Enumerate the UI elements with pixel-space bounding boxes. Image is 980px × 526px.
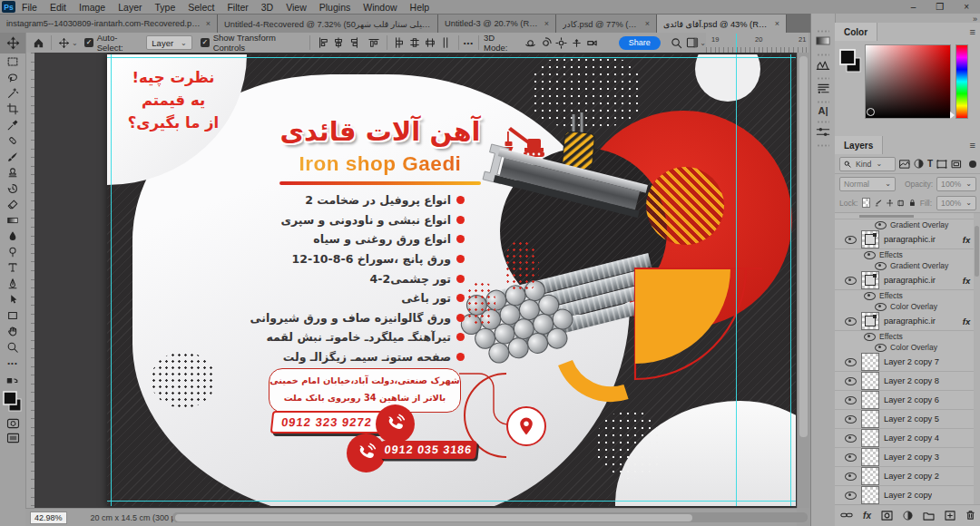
- filter-adjustment-icon[interactable]: [914, 159, 924, 169]
- eyedropper-tool[interactable]: [0, 117, 25, 133]
- new-group-icon[interactable]: [923, 511, 935, 521]
- layers-panel-tab[interactable]: Layers: [835, 136, 883, 154]
- 3d-slide-icon[interactable]: [569, 34, 584, 51]
- menu-plugins[interactable]: Plugins: [313, 2, 357, 13]
- link-layers-icon[interactable]: [840, 511, 853, 520]
- zoom-tool[interactable]: [0, 339, 25, 356]
- lock-position-icon[interactable]: [887, 199, 894, 208]
- tab-document-1[interactable]: instagram5--14030809-irantarh.com-Recove…: [0, 15, 218, 33]
- align-center-h-icon[interactable]: [330, 34, 346, 51]
- fx-badge[interactable]: fx: [963, 317, 970, 326]
- visibility-eye-icon[interactable]: [845, 453, 857, 462]
- new-adjustment-icon[interactable]: [903, 511, 913, 521]
- clone-stamp-tool[interactable]: [0, 165, 25, 181]
- tab-close-icon[interactable]: ×: [544, 19, 549, 28]
- color-panel-tab[interactable]: Color: [835, 23, 877, 41]
- swap-colors-icon[interactable]: [0, 376, 25, 387]
- tab-document-2[interactable]: Untitled-4-Recovered @ 7.32% (50میلیون ت…: [218, 15, 438, 33]
- marquee-tool[interactable]: [0, 54, 25, 70]
- fill-value[interactable]: 100% ⌄: [936, 196, 976, 210]
- layer-effect-row[interactable]: Color Overlay: [835, 342, 980, 353]
- screen-mode-icon[interactable]: [0, 431, 25, 445]
- filter-shape-icon[interactable]: [936, 160, 947, 169]
- layer-effect-row[interactable]: Gradient Overlay: [835, 260, 980, 271]
- layer-thumbnail[interactable]: [861, 391, 879, 409]
- panel-menu-icon[interactable]: ≡: [970, 140, 975, 151]
- restore-button[interactable]: ❐: [936, 2, 944, 12]
- menu-type[interactable]: Type: [148, 2, 181, 13]
- visibility-eye-icon[interactable]: [864, 333, 876, 341]
- eraser-tool[interactable]: [0, 197, 25, 213]
- new-layer-icon[interactable]: [945, 511, 956, 521]
- show-transform-checkbox[interactable]: ✓: [201, 38, 209, 47]
- blend-mode-dropdown[interactable]: Normal ⌄: [839, 177, 896, 191]
- layer-row[interactable]: Layer 2 copy: [835, 486, 980, 504]
- layer-thumbnail[interactable]: [861, 410, 879, 428]
- opacity-value[interactable]: 100% ⌄: [936, 177, 976, 191]
- filter-type-icon[interactable]: T: [927, 159, 933, 169]
- visibility-eye-icon[interactable]: [875, 303, 887, 311]
- scrollbar-thumb[interactable]: [175, 514, 692, 521]
- hand-tool[interactable]: [0, 324, 25, 340]
- layer-row[interactable]: Layer 2 copy 2: [835, 467, 980, 486]
- path-select-tool[interactable]: [0, 292, 25, 308]
- visibility-eye-icon[interactable]: [864, 292, 876, 300]
- layer-thumbnail[interactable]: [861, 486, 879, 504]
- filter-kind-dropdown[interactable]: Kind ⌄: [839, 157, 896, 171]
- menu-edit[interactable]: Edit: [44, 2, 73, 13]
- quick-mask-icon[interactable]: [0, 416, 25, 431]
- layer-row[interactable]: paragraphic.ir fx ^: [835, 271, 980, 290]
- minimize-button[interactable]: –: [911, 2, 916, 12]
- fx-badge[interactable]: fx: [963, 276, 970, 286]
- layer-effect-row[interactable]: Color Overlay: [835, 301, 980, 312]
- panel-menu-icon[interactable]: ≡: [970, 26, 975, 37]
- menu-3d[interactable]: 3D: [255, 2, 279, 13]
- visibility-eye-icon[interactable]: [845, 277, 857, 285]
- layer-effect-row[interactable]: Gradient Overlay: [835, 219, 980, 230]
- adjustments-panel-icon[interactable]: [811, 126, 835, 138]
- layer-thumbnail[interactable]: [861, 353, 879, 371]
- visibility-eye-icon[interactable]: [845, 358, 857, 366]
- tab-document-active[interactable]: آقای قائدی.psd @ 43% (RGB/8#) * ×: [657, 15, 787, 33]
- visibility-eye-icon[interactable]: [845, 377, 857, 385]
- menu-window[interactable]: Window: [357, 2, 403, 13]
- distribute-left-icon[interactable]: [392, 34, 407, 51]
- visibility-eye-icon[interactable]: [845, 396, 857, 404]
- layer-thumbnail[interactable]: [861, 312, 879, 330]
- lock-pixels-icon[interactable]: [875, 199, 882, 208]
- foreground-background-swatches[interactable]: [0, 387, 25, 416]
- filter-smart-object-icon[interactable]: [951, 160, 962, 169]
- menu-help[interactable]: Help: [404, 2, 436, 13]
- tab-close-icon[interactable]: ×: [206, 19, 211, 28]
- canvas-pasteboard[interactable]: نظرت چیه! یه قیمتم از ما بگیری؟ آهن آلات…: [34, 53, 797, 508]
- close-button[interactable]: ×: [964, 2, 969, 12]
- guide-line[interactable]: [111, 54, 112, 506]
- lock-artboard-icon[interactable]: [897, 199, 905, 208]
- guide-line[interactable]: [107, 501, 796, 502]
- horizontal-scrollbar[interactable]: [172, 512, 808, 522]
- more-options-icon[interactable]: •••: [464, 39, 474, 47]
- tab-document-4[interactable]: کادر.psd @ 77% (RGB/... ×: [556, 15, 657, 33]
- 3d-roll-icon[interactable]: [538, 34, 554, 51]
- align-right-icon[interactable]: [346, 34, 361, 51]
- type-tool[interactable]: [0, 260, 25, 277]
- visibility-eye-icon[interactable]: [864, 251, 876, 259]
- visibility-eye-icon[interactable]: [845, 317, 857, 326]
- brush-tool[interactable]: [0, 149, 25, 165]
- delete-layer-icon[interactable]: [965, 510, 975, 521]
- gradient-tool[interactable]: [0, 212, 25, 229]
- zoom-level-field[interactable]: 42.98%: [30, 511, 67, 524]
- layer-row[interactable]: Layer 2 copy 6: [835, 391, 980, 410]
- histogram-panel-icon[interactable]: [811, 59, 835, 71]
- visibility-eye-icon[interactable]: [845, 472, 857, 481]
- color-picker-field[interactable]: [865, 44, 951, 119]
- 3d-zoom-icon[interactable]: [584, 34, 600, 51]
- guide-line[interactable]: [790, 54, 791, 506]
- auto-select-checkbox[interactable]: ✓: [84, 38, 93, 47]
- character-panel-icon[interactable]: A|: [811, 105, 835, 116]
- toolbar-more-icon[interactable]: •••: [0, 356, 25, 372]
- layers-scrollbar[interactable]: [974, 213, 980, 504]
- home-icon[interactable]: [31, 34, 46, 51]
- color-picker-cursor[interactable]: [867, 108, 875, 116]
- menu-image[interactable]: Image: [73, 2, 112, 13]
